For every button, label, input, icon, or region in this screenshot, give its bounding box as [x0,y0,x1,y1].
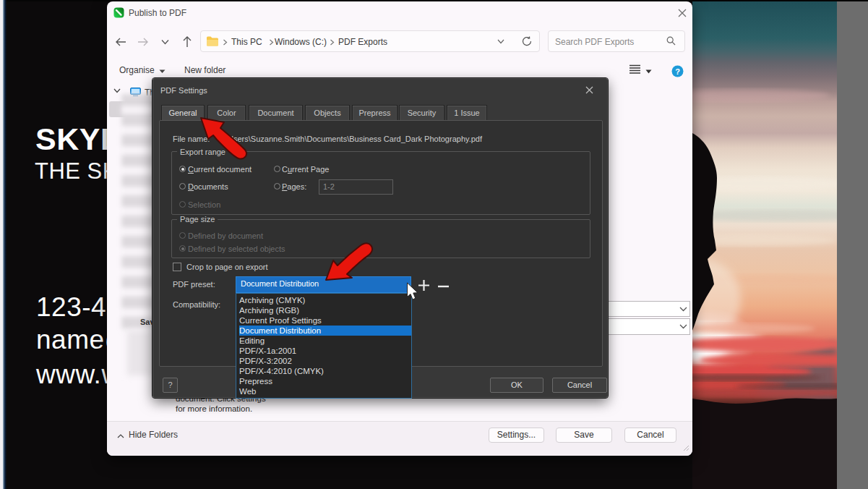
svg-text:?: ? [675,67,680,76]
